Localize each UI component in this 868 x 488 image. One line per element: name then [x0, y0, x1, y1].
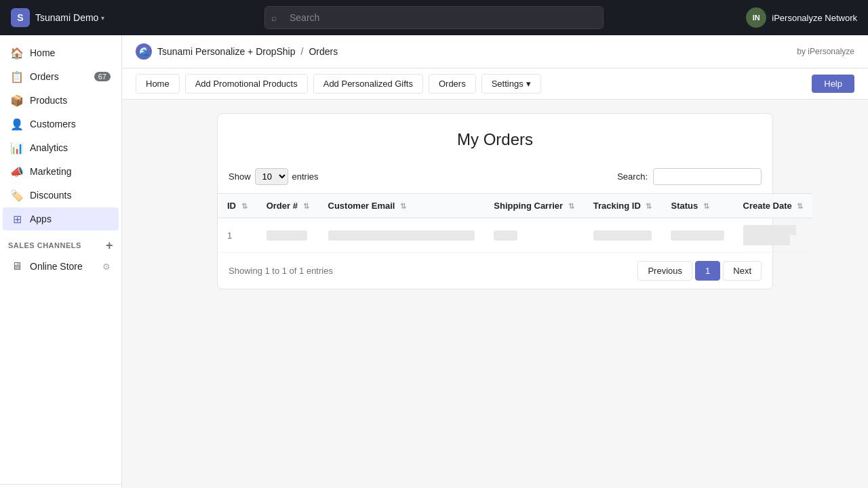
main-content: 🌊 Tsunami Personalize + DropShip / Order…: [122, 35, 868, 488]
by-text: by iPersonalyze: [797, 47, 854, 56]
nav-add-gifts-button[interactable]: Add Personalized Gifts: [313, 74, 423, 94]
sidebar-item-label: Marketing: [30, 166, 71, 177]
sidebar-item-label: Discounts: [30, 190, 71, 201]
marketing-icon: 📣: [11, 165, 23, 178]
content-area: My Orders Show 10 25 50 entries Search:: [122, 100, 868, 488]
previous-button[interactable]: Previous: [637, 261, 692, 281]
sidebar-item-label: Online Store: [30, 261, 83, 272]
apps-icon: ⊞: [11, 213, 23, 225]
entries-label: entries: [292, 171, 319, 182]
sidebar-item-apps[interactable]: ⊞ Apps: [3, 207, 119, 230]
nav-add-promo-button[interactable]: Add Promotional Products: [185, 74, 308, 94]
cell-id: 1: [218, 218, 257, 253]
col-create-date[interactable]: Create Date ⇅: [734, 194, 813, 218]
store-selector[interactable]: S Tsunami Demo ▾: [11, 8, 133, 27]
table-controls: Show 10 25 50 entries Search:: [218, 160, 772, 193]
store-chevron-icon: ▾: [101, 14, 104, 22]
sort-icon: ⇅: [797, 202, 803, 210]
products-icon: 📦: [11, 94, 23, 106]
orders-table: ID ⇅ Order # ⇅ Customer Email ⇅: [218, 193, 812, 253]
user-name: iPersonalyze Network: [772, 13, 857, 23]
nav-home-button[interactable]: Home: [136, 74, 180, 94]
table-header: ID ⇅ Order # ⇅ Customer Email ⇅: [218, 194, 812, 218]
sidebar-item-home[interactable]: 🏠 Home: [3, 41, 119, 64]
search-label: Search:: [617, 171, 648, 182]
nav-orders-button[interactable]: Orders: [429, 74, 476, 94]
show-entries-control: Show 10 25 50 entries: [229, 168, 319, 185]
sort-icon: ⇅: [703, 202, 709, 210]
app-logo-icon: 🌊: [136, 43, 152, 60]
avatar: IN: [746, 7, 766, 28]
sidebar-navigation: 🏠 Home 📋 Orders 67 📦 Products 👤 Customer…: [0, 35, 121, 484]
sort-icon: ⇅: [568, 202, 574, 210]
breadcrumb-separator: /: [301, 46, 304, 57]
sidebar-item-label: Apps: [30, 214, 52, 224]
global-search[interactable]: ⌕: [264, 6, 604, 29]
pagination: Previous 1 Next: [637, 261, 762, 281]
table-search-control: Search:: [617, 168, 762, 185]
table-search-input[interactable]: [653, 168, 762, 185]
search-icon: ⌕: [271, 12, 277, 23]
cell-order_num: XXXXXXX: [257, 218, 319, 253]
settings-dropdown-icon: ▾: [526, 79, 531, 89]
sidebar-item-online-store[interactable]: 🖥 Online Store ⚙: [3, 255, 119, 278]
orders-icon: 📋: [11, 70, 23, 83]
add-sales-channel-button[interactable]: +: [106, 239, 113, 251]
store-name: Tsunami Demo ▾: [35, 12, 104, 23]
app-navigation: Home Add Promotional Products Add Person…: [122, 68, 868, 100]
col-id[interactable]: ID ⇅: [218, 194, 257, 218]
sidebar-item-analytics[interactable]: 📊 Analytics: [3, 136, 119, 159]
user-menu[interactable]: IN iPersonalyze Network: [735, 7, 857, 28]
online-store-settings-icon[interactable]: ⚙: [102, 262, 111, 272]
col-shipping-carrier[interactable]: Shipping Carrier ⇅: [484, 194, 583, 218]
sidebar-item-label: Analytics: [30, 142, 68, 153]
sidebar-item-orders[interactable]: 📋 Orders 67: [3, 65, 119, 88]
col-order-num[interactable]: Order # ⇅: [257, 194, 319, 218]
sidebar-item-label: Orders: [30, 71, 59, 82]
customers-icon: 👤: [11, 118, 23, 130]
sidebar-item-customers[interactable]: 👤 Customers: [3, 113, 119, 136]
sidebar-item-label: Home: [30, 47, 55, 58]
showing-text: Showing 1 to 1 of 1 entries: [229, 266, 333, 276]
online-store-icon: 🖥: [11, 260, 23, 272]
entries-select[interactable]: 10 25 50: [255, 168, 288, 185]
app-header: 🌊 Tsunami Personalize + DropShip / Order…: [122, 35, 868, 68]
cell-create_date: XXXX-XX-XX XXXXXXXX: [734, 218, 813, 253]
cell-tracking_id: XXXXXXXXXX: [584, 218, 662, 253]
orders-badge: 67: [94, 72, 111, 81]
store-icon: S: [11, 8, 30, 27]
col-customer-email[interactable]: Customer Email ⇅: [319, 194, 485, 218]
cell-customer_email: XXXXXXXXXXXXXXXXXXXXXXXXX: [319, 218, 485, 253]
show-label: Show: [229, 171, 251, 182]
sidebar-item-label: Customers: [30, 119, 76, 129]
next-button[interactable]: Next: [723, 261, 762, 281]
sort-icon: ⇅: [400, 202, 406, 210]
page-1-button[interactable]: 1: [695, 261, 720, 281]
table-body: 1XXXXXXXXXXXXXXXXXXXXXXXXXXXXXXXXXXXXXXX…: [218, 218, 812, 253]
sidebar-item-discounts[interactable]: 🏷️ Discounts: [3, 184, 119, 207]
help-button[interactable]: Help: [812, 75, 854, 93]
app-name: Tsunami Personalize + DropShip: [157, 46, 296, 57]
table-footer: Showing 1 to 1 of 1 entries Previous 1 N…: [218, 253, 772, 289]
sidebar-item-label: Products: [30, 95, 67, 106]
sidebar: 🏠 Home 📋 Orders 67 📦 Products 👤 Customer…: [0, 35, 122, 488]
home-icon: 🏠: [11, 47, 23, 59]
cell-shipping_carrier: XXXX: [484, 218, 583, 253]
discounts-icon: 🏷️: [11, 189, 23, 201]
col-tracking-id[interactable]: Tracking ID ⇅: [584, 194, 662, 218]
search-input[interactable]: [264, 6, 604, 29]
nav-settings-button[interactable]: Settings ▾: [481, 74, 541, 94]
orders-title: My Orders: [218, 114, 772, 160]
cell-status: XXXXXXXXX: [661, 218, 733, 253]
sidebar-footer: ⚙ Settings: [0, 484, 121, 488]
analytics-icon: 📊: [11, 142, 23, 154]
col-status[interactable]: Status ⇅: [661, 194, 733, 218]
sort-icon: ⇅: [303, 202, 309, 210]
table-row: 1XXXXXXXXXXXXXXXXXXXXXXXXXXXXXXXXXXXXXXX…: [218, 218, 812, 253]
sort-icon: ⇅: [241, 202, 248, 210]
orders-card: My Orders Show 10 25 50 entries Search:: [217, 113, 773, 289]
sidebar-item-products[interactable]: 📦 Products: [3, 89, 119, 112]
top-navigation: S Tsunami Demo ▾ ⌕ IN iPersonalyze Netwo…: [0, 0, 868, 35]
breadcrumb: 🌊 Tsunami Personalize + DropShip / Order…: [136, 43, 338, 60]
sidebar-item-marketing[interactable]: 📣 Marketing: [3, 160, 119, 183]
